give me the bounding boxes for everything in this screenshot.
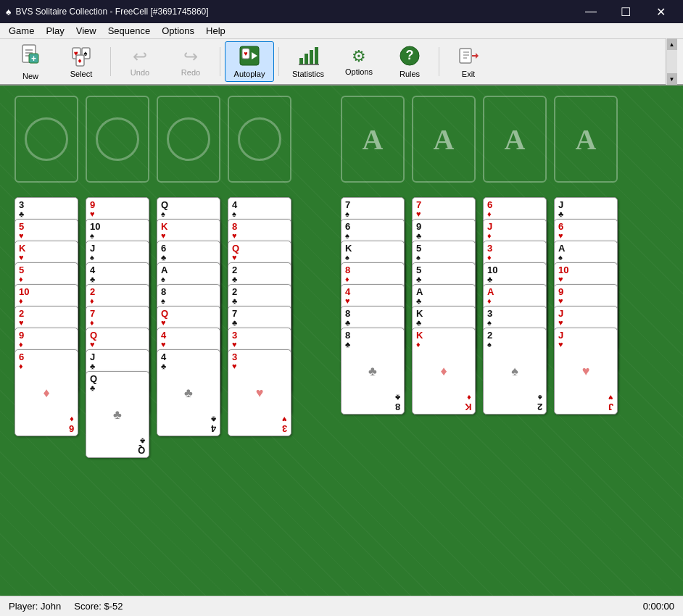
card[interactable]: K♦K♦♦ [412, 328, 476, 415]
card-rank-top: 7 [232, 309, 237, 318]
card-suit-top: ♦ [416, 341, 421, 349]
card-rank-top: 4 [345, 287, 350, 296]
card[interactable]: J♥J♥♥ [554, 328, 618, 415]
card-suit-bot: ♦ [70, 415, 74, 423]
card-rank-top: K [416, 309, 423, 318]
card-suit-bot: ♥ [608, 394, 613, 401]
card-center: ♦ [43, 386, 49, 401]
card-rank-top: 4 [161, 352, 166, 362]
menu-options[interactable]: Options [156, 24, 200, 38]
freecell-circle-0 [25, 117, 68, 161]
card-suit-top: ♥ [19, 254, 24, 262]
freecell-2[interactable] [157, 96, 220, 183]
card-suit-top: ♣ [416, 297, 421, 305]
select-button[interactable]: ♥ ♠ ♦ Select [57, 41, 106, 82]
card-rank-top: J [90, 352, 95, 362]
close-button[interactable]: ✕ [644, 0, 677, 23]
card-suit-top: ♥ [558, 297, 563, 305]
card-rank-bot: 6 [69, 424, 74, 433]
menu-play[interactable]: Play [40, 24, 70, 38]
card-suit-bot: ♠ [538, 394, 542, 401]
card-rank-top: 4 [161, 330, 166, 340]
card-suit-top: ♣ [232, 319, 237, 327]
select-icon: ♥ ♠ ♦ [70, 45, 92, 68]
redo-icon: ↪ [183, 46, 198, 67]
card-rank-bot: 8 [395, 402, 400, 412]
rules-icon: ? [399, 45, 421, 68]
card-suit-top: ♦ [90, 297, 94, 305]
card[interactable]: 3♥3♥♥ [228, 349, 291, 436]
menu-game[interactable]: Game [3, 24, 40, 38]
card-rank-top: 9 [416, 222, 421, 231]
card-rank-top: 2 [232, 265, 237, 275]
card-suit-top: ♥ [232, 362, 237, 370]
options-button[interactable]: ⚙ Options [334, 41, 384, 82]
statistics-button[interactable]: Statistics [283, 41, 333, 82]
card[interactable]: 4♣4♣♣ [157, 349, 220, 436]
undo-icon: ↩ [133, 46, 147, 67]
card-suit-top: ♠ [161, 297, 165, 305]
card-suit-top: ♠ [90, 232, 94, 240]
card-suit-top: ♦ [487, 232, 492, 240]
card-rank-top: 3 [487, 309, 492, 318]
svg-text:♥: ♥ [244, 50, 247, 57]
menu-view[interactable]: View [70, 24, 102, 38]
new-button[interactable]: + New [6, 41, 55, 82]
card-suit-top: ♦ [19, 297, 23, 305]
foundation-0[interactable]: A [341, 96, 405, 183]
card[interactable]: Q♣Q♣♣ [86, 371, 149, 458]
rules-label: Rules [400, 70, 420, 78]
svg-rect-19 [315, 47, 318, 64]
score-label: Score: $-52 [74, 601, 123, 612]
card-suit-top: ♥ [345, 297, 350, 305]
card[interactable]: 2♠2♠♠ [483, 328, 547, 415]
card[interactable]: 6♦6♦♦ [15, 349, 78, 436]
undo-button[interactable]: ↩ Undo [115, 41, 165, 82]
card-rank-top: J [558, 309, 563, 318]
card[interactable]: 8♣8♣♣ [341, 328, 405, 415]
card-rank-top: 8 [345, 265, 350, 275]
exit-label: Exit [462, 70, 475, 78]
rules-button[interactable]: ? Rules [385, 41, 434, 82]
freecell-circle-1 [96, 117, 139, 161]
autoplay-button[interactable]: ♥ Autoplay [225, 41, 274, 82]
card-rank-top: 6 [19, 352, 24, 362]
freecell-3[interactable] [228, 96, 291, 183]
card-rank-top: 7 [416, 200, 421, 209]
card-suit-bot: ♣ [211, 415, 216, 423]
card-suit-top: ♣ [558, 210, 563, 218]
foundation-1[interactable]: A [412, 96, 476, 183]
freecell-1[interactable] [86, 96, 149, 183]
card-suit-top: ♥ [232, 254, 237, 262]
exit-button[interactable]: Exit [444, 41, 493, 82]
card-rank-top: 9 [558, 287, 563, 296]
card-rank-top: 5 [19, 265, 24, 275]
player-label: Player: John [9, 601, 61, 612]
maximize-button[interactable]: ☐ [609, 0, 642, 23]
menu-help[interactable]: Help [200, 24, 231, 38]
card-suit-top: ♣ [345, 341, 350, 349]
freecell-circle-3 [238, 117, 281, 161]
freecell-0[interactable] [15, 96, 78, 183]
foundation-3[interactable]: A [554, 96, 618, 183]
card-suit-top: ♦ [487, 297, 492, 305]
card-rank-top: 7 [345, 200, 350, 209]
svg-text:♦: ♦ [78, 57, 81, 64]
menu-sequence[interactable]: Sequence [102, 24, 157, 38]
toolbar-scrollbar[interactable]: ▲ ▼ [666, 38, 677, 85]
card-rank-top: 2 [19, 309, 24, 318]
card-rank-top: 3 [19, 200, 24, 209]
minimize-button[interactable]: — [574, 0, 608, 23]
foundation-2[interactable]: A [483, 96, 547, 183]
card-center: ♣ [184, 386, 193, 401]
card-rank-top: 10 [558, 265, 568, 275]
card-rank-bot: J [608, 402, 613, 412]
card-rank-top: 4 [90, 265, 95, 275]
redo-button[interactable]: ↪ Redo [166, 41, 215, 82]
card-center: ♣ [368, 364, 377, 379]
card-rank-top: 5 [19, 222, 24, 231]
freecell-circle-2 [167, 117, 210, 161]
card-suit-top: ♣ [90, 362, 95, 370]
card-rank-top: 5 [416, 244, 421, 253]
card-suit-top: ♥ [232, 232, 237, 240]
